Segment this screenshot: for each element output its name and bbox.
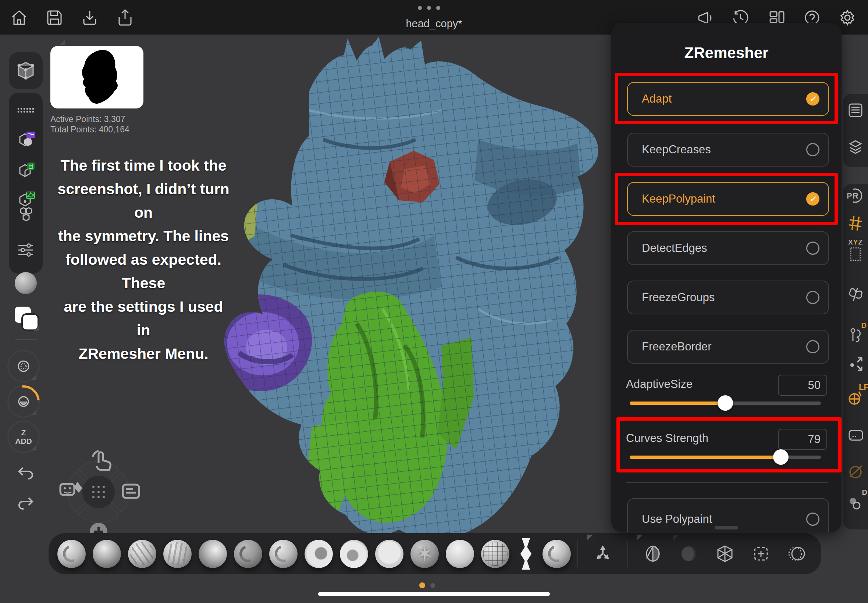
toggle-label: Use Polypaint (642, 513, 712, 526)
mask-tool[interactable] (640, 541, 666, 567)
toggle-label: Adapt (642, 92, 672, 105)
brush-soft-blob[interactable] (199, 540, 227, 568)
toolbar-divider (577, 541, 578, 567)
zadd-button[interactable]: ZADD (7, 421, 40, 453)
pr-projection-icon[interactable]: PR (844, 184, 867, 207)
brush-grooved[interactable] (163, 540, 192, 568)
slider-knob[interactable] (773, 449, 789, 465)
undo-icon[interactable] (12, 459, 39, 485)
pin-d-icon[interactable]: D (844, 323, 867, 347)
brush-scratched[interactable] (128, 540, 156, 568)
viewport-model[interactable] (199, 29, 611, 544)
falloff-circle-button[interactable] (7, 385, 40, 418)
more-options-icon[interactable] (418, 6, 451, 10)
move-tool[interactable] (589, 541, 616, 567)
brush-flatten-scoop[interactable] (340, 540, 368, 568)
page-dots[interactable] (419, 583, 435, 588)
toggle-check-icon (806, 291, 820, 304)
toggle-check-icon (806, 513, 820, 526)
brush-dome[interactable] (446, 540, 474, 568)
brush-disc[interactable] (375, 540, 404, 568)
toggle-keepcreases[interactable]: KeepCreases (627, 133, 829, 167)
xyz-axis-icon[interactable]: XYZ (844, 238, 867, 262)
home-indicator[interactable] (318, 592, 550, 596)
toggle-freezeborder[interactable]: FreezeBorder (627, 330, 829, 363)
import-icon[interactable] (80, 8, 99, 27)
toggle-check-icon: ✓ (806, 92, 820, 105)
symmetry-butterfly-icon[interactable] (844, 282, 867, 306)
active-points: Active Points: 3,307 (50, 114, 130, 124)
total-points: Total Points: 400,164 (50, 124, 130, 135)
toggle-check-icon (806, 143, 820, 156)
slider-label: Curves Strength (626, 432, 709, 445)
page-dot-0[interactable] (419, 583, 425, 588)
d-circles-icon[interactable]: D (844, 491, 867, 515)
folder-hexagon-icon[interactable] (12, 127, 39, 154)
toggle-check-icon (806, 241, 820, 255)
page-dot-1[interactable] (430, 583, 435, 588)
topology-dots-icon[interactable] (12, 97, 39, 124)
toggle-label: FreezeBorder (642, 340, 712, 353)
brush-shine-swirl[interactable] (269, 540, 297, 568)
document-lines-icon[interactable] (844, 99, 867, 122)
slash-circle-icon[interactable] (844, 459, 867, 483)
grid-hexagon-icon[interactable] (12, 158, 39, 184)
slider-value-box[interactable]: 79 (778, 429, 827, 450)
head-silhouette-thumb (50, 46, 144, 108)
brush-rough-rock[interactable] (93, 540, 121, 568)
slider-label: AdaptiveSize (626, 377, 693, 391)
adjust-sliders-icon[interactable] (12, 237, 39, 263)
save-icon[interactable] (45, 8, 64, 27)
brush-pinch-fold[interactable] (517, 540, 535, 568)
panel-drag-handle[interactable] (715, 526, 738, 529)
hide-lasso-tool[interactable] (784, 541, 810, 567)
panel-title: ZRemesher (611, 44, 842, 62)
navigation-wheel[interactable] (43, 437, 154, 547)
brush-snake-curl[interactable] (234, 540, 262, 568)
toggle-adapt[interactable]: Adapt ✓ (627, 82, 829, 116)
home-icon[interactable] (9, 8, 29, 27)
zremesher-panel: ZRemesher Adapt ✓ KeepCreases KeepPolypa… (611, 23, 842, 532)
redo-icon[interactable] (12, 489, 39, 515)
brush-toolbar (48, 533, 821, 574)
sidebar-divider (15, 339, 37, 340)
settings-icon[interactable] (838, 8, 857, 27)
voxel-cube-tool[interactable] (712, 541, 738, 567)
layers-stack-icon[interactable] (844, 135, 867, 158)
annotation-text: The first time I took thescreenshot, I d… (55, 154, 232, 365)
slider-track[interactable] (630, 456, 821, 459)
stroke-circle-button[interactable] (7, 350, 40, 382)
panel-divider (626, 482, 828, 483)
slider-track[interactable] (630, 402, 821, 405)
material-sphere[interactable] (15, 272, 37, 294)
grid-snap-icon[interactable] (844, 212, 867, 235)
brush-spiral[interactable] (543, 540, 571, 568)
toggle-freezegroups[interactable]: FreezeGroups (627, 281, 829, 314)
toggle-detectedges[interactable]: DetectEdges (627, 231, 829, 265)
tablet-arc-icon[interactable] (844, 424, 867, 447)
smooth-sphere-tool[interactable] (676, 541, 702, 567)
toggle-label: FreezeGroups (642, 291, 715, 304)
select-add-tool[interactable] (748, 541, 774, 567)
expand-arrows-icon[interactable] (844, 352, 867, 376)
points-stats: Active Points: 3,307 Total Points: 400,1… (50, 114, 130, 135)
mask-thumbnail[interactable] (50, 46, 144, 108)
app-window: head_copy* (0, 0, 868, 603)
dot-grid-icon (92, 486, 105, 498)
hexagon-cluster-icon[interactable] (12, 202, 39, 228)
slider-value-box[interactable]: 50 (778, 375, 827, 396)
color-swatches[interactable] (15, 307, 38, 330)
toggle-label: KeepCreases (642, 143, 711, 156)
scene-cube-icon[interactable] (12, 57, 39, 84)
brush-clay-swirl[interactable] (57, 540, 86, 568)
toolbar-divider (627, 541, 628, 567)
toggle-keeppolypaint[interactable]: KeepPolypaint ✓ (627, 182, 829, 216)
lf-lightfield-icon[interactable]: LF (844, 386, 867, 410)
brush-fibers[interactable] (410, 540, 439, 568)
brush-trim-scoop[interactable] (305, 540, 333, 568)
slider-knob[interactable] (718, 395, 733, 411)
document-title[interactable]: head_copy* (346, 18, 522, 30)
brush-row (48, 540, 571, 568)
brush-quad-mesh[interactable] (481, 540, 509, 568)
share-icon[interactable] (116, 8, 135, 27)
